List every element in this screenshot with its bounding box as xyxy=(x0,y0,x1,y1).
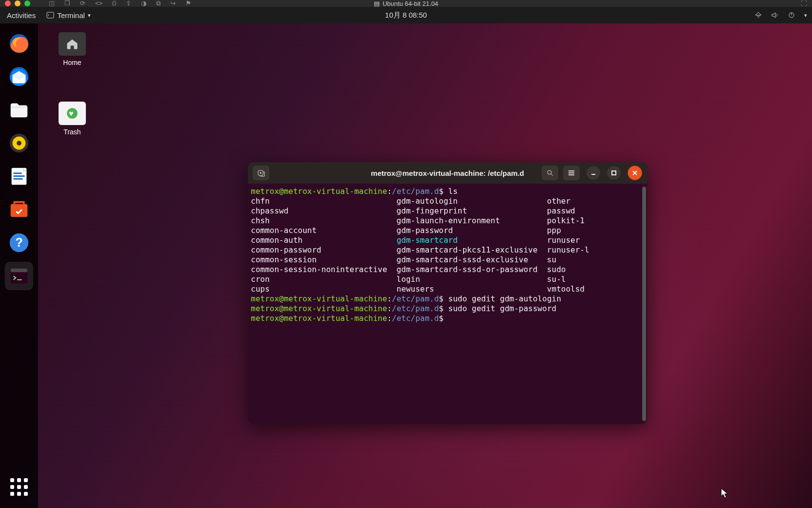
terminal-output[interactable]: metrox@metrox-virtual-machine:/etc/pam.d… xyxy=(251,187,641,421)
print-icon[interactable]: ⎙ xyxy=(112,0,116,7)
desktop[interactable]: Home Trash metrox@metrox-virtual-machine… xyxy=(0,23,812,508)
volume-icon[interactable] xyxy=(771,11,779,19)
close-button[interactable] xyxy=(628,166,642,180)
dock-thunderbird[interactable] xyxy=(5,63,33,91)
svg-text:?: ? xyxy=(15,235,22,249)
dock-files[interactable] xyxy=(5,96,33,124)
host-close[interactable] xyxy=(5,0,11,6)
svg-rect-0 xyxy=(47,12,54,18)
chevron-down-icon[interactable]: ▾ xyxy=(804,12,807,19)
snapshot-icon[interactable]: ⧉ xyxy=(156,0,161,7)
svg-rect-18 xyxy=(11,269,28,273)
dock-firefox[interactable] xyxy=(5,29,33,58)
network-icon[interactable]: ◑ xyxy=(141,0,146,7)
host-expand-icon[interactable]: ⛶ xyxy=(801,0,807,7)
doc-icon: ▤ xyxy=(374,0,380,7)
svg-point-9 xyxy=(17,141,21,146)
host-titlebar: ◫ ❐ ⟳ <> ⎙ ⇪ ◑ ⧉ ↪ ⚑ ▤ Ubuntu 64-bit 21.… xyxy=(0,0,812,7)
dock-libreoffice-writer[interactable] xyxy=(5,162,33,190)
sidebar-icon[interactable]: ◫ xyxy=(49,0,55,7)
dock: ? xyxy=(0,23,38,508)
dock-terminal[interactable] xyxy=(5,262,33,290)
terminal-headerbar[interactable]: metrox@metrox-virtual-machine: /etc/pam.… xyxy=(248,162,647,184)
app-menu[interactable]: Terminal ▾ xyxy=(42,11,95,20)
terminal-icon xyxy=(46,11,54,19)
host-toolbar-icons: ◫ ❐ ⟳ <> ⎙ ⇪ ◑ ⧉ ↪ ⚑ xyxy=(49,0,191,7)
svg-rect-11 xyxy=(14,172,22,174)
minimize-button[interactable] xyxy=(587,166,600,180)
search-button[interactable] xyxy=(542,166,558,180)
system-tray[interactable]: ▾ xyxy=(754,11,807,19)
desktop-home-icon[interactable]: Home xyxy=(48,32,97,66)
activities-button[interactable]: Activities xyxy=(0,11,42,20)
dock-help[interactable]: ? xyxy=(5,229,33,257)
terminal-body[interactable]: metrox@metrox-virtual-machine:/etc/pam.d… xyxy=(248,184,647,424)
gnome-top-bar: Activities Terminal ▾ 10月 8 08:50 ▾ xyxy=(0,7,812,23)
desktop-icon-label: Trash xyxy=(48,128,97,136)
share-icon[interactable]: ⇪ xyxy=(126,0,131,7)
terminal-title: metrox@metrox-virtual-machine: /etc/pam.… xyxy=(371,169,524,177)
svg-rect-14 xyxy=(11,204,28,217)
arrow-icon[interactable]: ↪ xyxy=(170,0,176,7)
svg-rect-13 xyxy=(14,178,23,180)
dock-ubuntu-software[interactable] xyxy=(5,195,33,224)
folder-home-icon xyxy=(59,32,86,56)
terminal-window: metrox@metrox-virtual-machine: /etc/pam.… xyxy=(248,162,647,424)
network-tray-icon[interactable] xyxy=(754,11,762,19)
clock[interactable]: 10月 8 08:50 xyxy=(385,11,427,20)
svg-rect-12 xyxy=(14,175,25,177)
mouse-cursor xyxy=(721,488,729,499)
refresh-icon[interactable]: ⟳ xyxy=(80,0,85,7)
hamburger-menu-button[interactable] xyxy=(563,166,580,180)
svg-rect-4 xyxy=(612,171,616,175)
new-tab-button[interactable] xyxy=(253,166,269,180)
copy-icon[interactable]: ❐ xyxy=(64,0,70,7)
host-zoom[interactable] xyxy=(24,0,30,6)
dock-rhythmbox[interactable] xyxy=(5,129,33,157)
svg-point-3 xyxy=(548,170,551,174)
flag-icon[interactable]: ⚑ xyxy=(185,0,191,7)
show-applications-button[interactable] xyxy=(5,473,33,501)
host-vm-label: ▤ Ubuntu 64-bit 21.04 xyxy=(374,0,438,7)
maximize-button[interactable] xyxy=(607,166,621,180)
trash-icon xyxy=(59,102,86,125)
terminal-scrollbar[interactable] xyxy=(642,187,646,421)
vm-surface: Activities Terminal ▾ 10月 8 08:50 ▾ Home… xyxy=(0,7,812,508)
app-menu-label: Terminal xyxy=(57,11,85,20)
chevron-down-icon: ▾ xyxy=(88,12,91,19)
host-minimize[interactable] xyxy=(15,0,20,6)
power-icon[interactable] xyxy=(788,11,795,19)
desktop-icon-label: Home xyxy=(48,59,97,66)
host-traffic-lights[interactable] xyxy=(5,0,30,6)
desktop-trash-icon[interactable]: Trash xyxy=(48,102,97,136)
code-icon[interactable]: <> xyxy=(95,0,102,7)
